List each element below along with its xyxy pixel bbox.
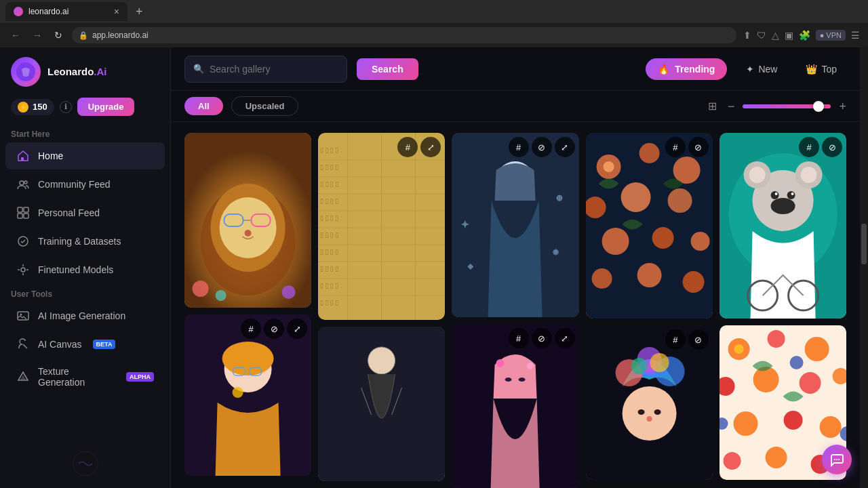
- gallery-item-hieroglyphs[interactable]: # ⤢ 𓀀 𓀁 𓀂 𓀃 𓀄 𓀅 𓀆 𓀇 𓁀 𓁁 𓁂 𓁃: [318, 133, 445, 320]
- logo-text: Leonardo.Ai: [47, 66, 107, 78]
- gallery-item-pink-fairy[interactable]: # ⊘ ⤢: [452, 324, 578, 488]
- upscaled-filter-button[interactable]: Upscaled: [231, 96, 299, 116]
- all-filter-button[interactable]: All: [184, 97, 223, 115]
- svg-point-120: [765, 447, 787, 468]
- top-button[interactable]: 👑 Top: [796, 58, 846, 80]
- sidebar-item-texture[interactable]: Texture Generation ALPHA: [5, 359, 165, 394]
- url-text: app.leonardo.ai: [92, 30, 149, 40]
- forward-button[interactable]: →: [30, 28, 45, 42]
- svg-point-101: [770, 191, 778, 199]
- gallery-item-lion[interactable]: [184, 133, 311, 308]
- gallery-controls: All Upscaled ⊞ − +: [171, 91, 860, 122]
- scrollbar-thumb: [861, 224, 867, 264]
- svg-point-102: [787, 191, 795, 199]
- gallery-item-anime-girl[interactable]: # ⊘ ⤢: [184, 314, 311, 476]
- trending-label: Trending: [675, 64, 715, 75]
- app-layout: Leonardo.Ai ⚡ 150 ℹ Upgrade Start Here H…: [0, 47, 868, 488]
- action-btn-expand-3[interactable]: ⤢: [555, 137, 575, 157]
- sidebar-item-community-feed[interactable]: Community Feed: [5, 171, 165, 198]
- size-increase-button[interactable]: +: [839, 100, 846, 113]
- action-btn-magic[interactable]: #: [241, 319, 261, 339]
- tab-close-button[interactable]: ×: [114, 6, 119, 17]
- ai-canvas-icon: [16, 338, 30, 351]
- action-btn-expand-2[interactable]: ⤢: [420, 137, 441, 157]
- gallery-column-3: # ⊘ ⤢: [452, 133, 578, 488]
- sidebar-item-training[interactable]: Training & Datasets: [5, 228, 165, 255]
- sidebar-item-personal-feed[interactable]: Personal Feed: [5, 199, 165, 226]
- action-btn-edit-5[interactable]: ⊘: [688, 137, 709, 157]
- action-btn-edit-3[interactable]: ⊘: [532, 137, 552, 157]
- svg-point-82: [682, 271, 704, 293]
- svg-point-79: [690, 232, 709, 251]
- svg-point-109: [734, 344, 743, 354]
- share-icon[interactable]: ⬆: [743, 30, 751, 41]
- svg-text:𓂀 𓂁 𓂂 𓂃: 𓂀 𓂁 𓂂 𓂃: [321, 197, 339, 206]
- item-overlay-4: # ⊘ ⤢: [509, 328, 575, 348]
- svg-point-125: [834, 459, 835, 460]
- address-bar[interactable]: 🔒 app.leonardo.ai: [72, 27, 736, 43]
- top-bar: 🔍 Search 🔥 Trending ✦ New 👑 Top: [171, 47, 860, 91]
- action-btn-magic-3[interactable]: #: [509, 137, 529, 157]
- action-btn-magic-5[interactable]: #: [665, 137, 686, 157]
- upgrade-button[interactable]: Upgrade: [77, 98, 135, 116]
- size-decrease-button[interactable]: −: [728, 100, 735, 113]
- sidebar: Leonardo.Ai ⚡ 150 ℹ Upgrade Start Here H…: [0, 47, 171, 488]
- action-btn-edit-4[interactable]: ⊘: [532, 328, 552, 348]
- shield-icon[interactable]: 🛡: [757, 30, 766, 41]
- sidebar-item-ai-image[interactable]: AI Image Generation: [5, 302, 165, 329]
- search-button[interactable]: Search: [357, 58, 418, 80]
- logo-avatar: [11, 57, 41, 87]
- sidebar-item-community-feed-label: Community Feed: [38, 179, 111, 190]
- svg-point-88: [631, 358, 647, 374]
- browser-chrome: leonardo.ai × + ← → ↻ 🔒 app.leonardo.ai …: [0, 0, 868, 47]
- info-icon[interactable]: ℹ: [60, 101, 72, 113]
- sidebar-item-finetuned[interactable]: Finetuned Models: [5, 256, 165, 283]
- top-label: Top: [821, 64, 837, 75]
- credits-count: 150: [33, 102, 47, 112]
- new-tab-button[interactable]: +: [130, 5, 149, 19]
- action-btn-magic-4[interactable]: #: [509, 328, 529, 348]
- gallery-item-floral-dark[interactable]: # ⊘: [586, 133, 713, 319]
- gallery-item-colorful-hair[interactable]: # ⊘: [586, 325, 713, 480]
- gallery-item-warrior[interactable]: # ⊘ ⤢: [452, 133, 578, 317]
- back-button[interactable]: ←: [8, 28, 23, 42]
- sidebar-item-home[interactable]: Home: [5, 142, 165, 169]
- chat-button[interactable]: [822, 445, 852, 474]
- svg-point-99: [800, 167, 816, 183]
- sidebar-item-ai-image-label: AI Image Generation: [38, 310, 125, 321]
- svg-point-126: [836, 459, 837, 460]
- menu-icon[interactable]: ☰: [851, 30, 860, 41]
- action-btn-magic-6[interactable]: #: [665, 329, 686, 350]
- gallery-scroll[interactable]: # ⊘ ⤢: [171, 122, 860, 488]
- alpha-badge: ALPHA: [126, 372, 154, 382]
- search-container[interactable]: 🔍: [184, 56, 347, 83]
- new-button[interactable]: ✦ New: [736, 58, 787, 80]
- action-btn-edit-6[interactable]: ⊘: [688, 329, 709, 350]
- sidebar-item-ai-canvas[interactable]: AI Canvas BETA: [5, 331, 165, 358]
- svg-point-67: [505, 378, 512, 382]
- alert-icon[interactable]: △: [772, 30, 779, 41]
- size-slider[interactable]: [743, 104, 831, 108]
- trending-button[interactable]: 🔥 Trending: [646, 58, 727, 80]
- search-input[interactable]: [210, 64, 338, 75]
- svg-rect-4: [18, 207, 22, 212]
- reload-button[interactable]: ↻: [52, 28, 65, 42]
- extensions-icon[interactable]: 🧩: [799, 30, 810, 41]
- action-btn-magic-2[interactable]: #: [397, 137, 418, 157]
- grid-view-icon[interactable]: ⊞: [705, 98, 719, 114]
- action-btn-magic-7[interactable]: #: [799, 137, 819, 157]
- svg-rect-7: [24, 214, 28, 218]
- action-btn-edit[interactable]: ⊘: [264, 319, 284, 339]
- svg-point-72: [639, 143, 659, 163]
- sidebar-item-texture-label: Texture Generation: [38, 366, 115, 388]
- svg-point-118: [819, 416, 841, 438]
- action-btn-expand-4[interactable]: ⤢: [555, 328, 575, 348]
- right-scrollbar[interactable]: [860, 47, 868, 488]
- action-btn-expand[interactable]: ⤢: [287, 319, 307, 339]
- active-tab[interactable]: leonardo.ai ×: [5, 2, 127, 21]
- sidebar-toggle-icon[interactable]: ▣: [785, 30, 793, 41]
- sidebar-item-home-label: Home: [38, 150, 63, 161]
- gallery-item-dark-figure[interactable]: [318, 327, 445, 481]
- gallery-item-koala[interactable]: # ⊘: [719, 133, 846, 319]
- action-btn-edit-7[interactable]: ⊘: [822, 137, 842, 157]
